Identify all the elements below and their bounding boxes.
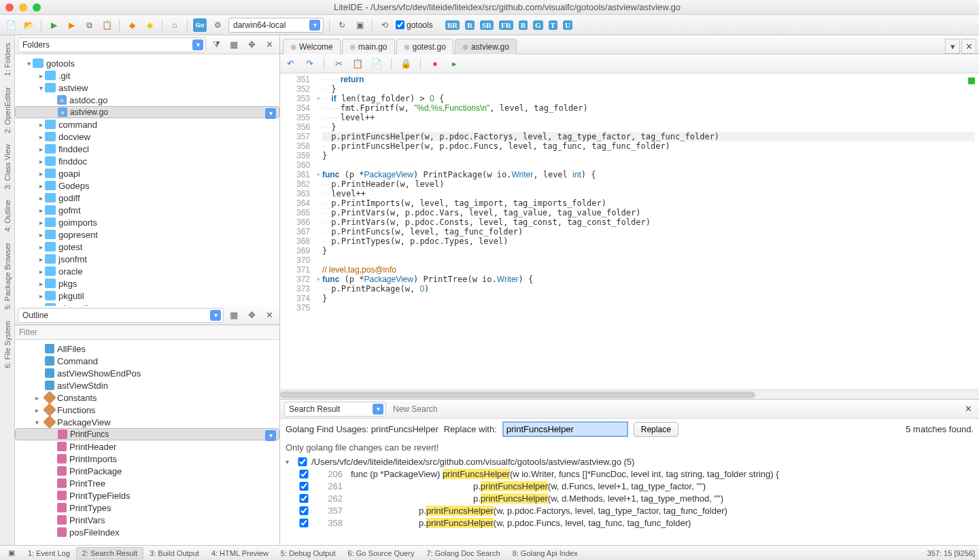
bottom-tab[interactable]: 1: Event Log bbox=[22, 547, 76, 559]
search-result-check[interactable] bbox=[299, 470, 309, 478]
zoom-window[interactable] bbox=[33, 3, 41, 12]
settings-icon[interactable]: ⚙ bbox=[211, 18, 224, 32]
toolbar-badge-g[interactable]: G bbox=[533, 20, 543, 30]
folder-tree-item[interactable]: ▸gofmt bbox=[15, 204, 279, 216]
folder-tree-item[interactable]: ▾astview bbox=[15, 82, 279, 94]
side-tab[interactable]: 1: Folders bbox=[1, 38, 14, 81]
stop-icon[interactable]: ● bbox=[429, 58, 441, 70]
bottom-tab[interactable]: 7: Golang Doc Search bbox=[420, 547, 506, 559]
paste2-icon[interactable]: 📋 bbox=[351, 58, 364, 70]
search-result-check[interactable] bbox=[299, 482, 309, 491]
tab-close-icon[interactable]: ⊗ bbox=[462, 43, 468, 52]
bottom-toggle-icon[interactable]: ▣ bbox=[4, 546, 19, 561]
side-tab[interactable]: 6: File System bbox=[1, 316, 14, 373]
outline-item[interactable]: astViewStdin bbox=[15, 379, 279, 391]
editor-tab[interactable]: ⊗gotest.go bbox=[396, 39, 453, 54]
folder-tree-item[interactable]: ▸jsonfmt bbox=[15, 253, 279, 265]
folder-tree-item[interactable]: ▸finddoc bbox=[15, 155, 279, 167]
folder-tree-item[interactable]: ▸oracle bbox=[15, 265, 279, 277]
folder-tree-item[interactable]: ▸pkgs bbox=[15, 277, 279, 290]
open-icon[interactable]: 📂 bbox=[22, 18, 35, 32]
folder-tree-item[interactable]: ▸goimports bbox=[15, 216, 279, 228]
editor-tab[interactable]: ⊗Welcome bbox=[283, 39, 341, 54]
outline-item[interactable]: ▾PackageView bbox=[15, 416, 279, 428]
target-selector[interactable]: darwin64-local bbox=[228, 18, 324, 33]
editor-tab[interactable]: ⊗astview.go bbox=[455, 39, 517, 54]
tabs-close-all[interactable]: ✕ bbox=[961, 39, 976, 54]
redo-icon[interactable]: ↷ bbox=[303, 58, 315, 70]
outline-item[interactable]: PrintHeader bbox=[15, 440, 279, 453]
cut-icon[interactable]: ✂ bbox=[332, 58, 345, 70]
folder-tree-item[interactable]: aastdoc.go bbox=[15, 94, 279, 106]
search-close-icon[interactable]: ✕ bbox=[962, 402, 975, 415]
outline-collapse-icon[interactable]: ✥ bbox=[244, 308, 259, 323]
close-panel-icon[interactable]: ✕ bbox=[262, 37, 277, 52]
outline-item[interactable]: PrintTypeFields bbox=[15, 489, 279, 502]
outline-item[interactable]: PrintImports bbox=[15, 453, 279, 465]
outline-item[interactable]: Command bbox=[15, 355, 279, 367]
home-icon[interactable]: ⌂ bbox=[168, 18, 182, 32]
side-tab[interactable]: 3: Class View bbox=[1, 139, 14, 194]
paste3-icon[interactable]: 📄 bbox=[371, 58, 383, 70]
bottom-tab[interactable]: 3: Build Output bbox=[143, 547, 205, 559]
search-result-check[interactable] bbox=[299, 494, 309, 503]
side-tab[interactable]: 5: Package Browser bbox=[1, 238, 14, 314]
outline-item[interactable]: PrintTypes bbox=[15, 502, 279, 514]
collapse-icon[interactable]: ✥ bbox=[244, 37, 259, 52]
new-search-link[interactable]: New Search bbox=[393, 404, 437, 414]
tab-close-icon[interactable]: ⊗ bbox=[349, 43, 356, 52]
tab-close-icon[interactable]: ⊗ bbox=[290, 43, 296, 52]
outline-close-icon[interactable]: ✕ bbox=[262, 308, 277, 323]
toolbar-badge-u[interactable]: U bbox=[563, 20, 572, 30]
outline-item[interactable]: ▸Functions bbox=[15, 404, 279, 416]
sync-icon[interactable]: ▦ bbox=[226, 37, 241, 52]
outline-tree[interactable]: AllFilesCommandastViewShowEndPosastViewS… bbox=[15, 340, 279, 545]
folder-tree-item[interactable]: ▸command bbox=[15, 118, 279, 130]
toolbar-badge-br[interactable]: BR bbox=[445, 20, 460, 30]
toolbar-badge-fr[interactable]: FR bbox=[499, 20, 513, 30]
run-icon[interactable]: ▶ bbox=[47, 18, 61, 32]
bottom-tab[interactable]: 5: Debug Output bbox=[275, 547, 342, 559]
folder-tree-item[interactable]: ▸Godeps bbox=[15, 179, 279, 192]
folder-tree-item[interactable]: aastview.go bbox=[15, 106, 279, 118]
outline-item[interactable]: PrintPackage bbox=[15, 465, 279, 477]
gotools-check[interactable]: gotools bbox=[396, 20, 433, 30]
copy-icon[interactable]: ⧉ bbox=[82, 18, 96, 32]
editor-tab[interactable]: ⊗main.go bbox=[342, 39, 395, 54]
search-result-row[interactable]: 357p.printFuncsHelper(w, p.pdoc.Factorys… bbox=[280, 504, 979, 517]
folder-tree-item[interactable]: ▸pkgutil bbox=[15, 290, 279, 302]
toolbar-badge-t[interactable]: T bbox=[549, 20, 557, 30]
folder-tree-item[interactable]: ▸.git bbox=[15, 69, 279, 82]
search-result-selector[interactable]: Search Result bbox=[284, 402, 386, 417]
tab-close-icon[interactable]: ⊗ bbox=[404, 43, 410, 52]
folder-tree-item[interactable]: ▾gotools bbox=[15, 57, 279, 69]
outline-item[interactable]: ▸Constants bbox=[15, 391, 279, 404]
outline-selector[interactable]: Outline bbox=[18, 308, 224, 323]
code-editor[interactable]: 3513523533543553563573583593603613623633… bbox=[280, 73, 979, 399]
folders-selector[interactable]: Folders bbox=[18, 37, 206, 52]
filter-icon[interactable]: ⧩ bbox=[209, 37, 224, 52]
nav-icon[interactable]: ◆ bbox=[125, 18, 139, 32]
toolbar-badge-r[interactable]: R bbox=[465, 20, 475, 30]
folder-tree-item[interactable]: ▸gopresent bbox=[15, 228, 279, 241]
folder-tree-item[interactable]: ▸docview bbox=[15, 130, 279, 143]
bottom-tab[interactable]: 8: Golang Api Index bbox=[506, 547, 584, 559]
folder-tree-item[interactable]: ▸gotest bbox=[15, 241, 279, 253]
outline-item[interactable]: PrintVars bbox=[15, 514, 279, 526]
debug-icon[interactable]: ▶ bbox=[65, 18, 78, 32]
search-file-check[interactable] bbox=[298, 457, 307, 466]
bottom-tab[interactable]: 2: Search Result bbox=[76, 547, 143, 559]
outline-item[interactable]: PrintTree bbox=[15, 477, 279, 489]
nav2-icon[interactable]: ◆ bbox=[143, 18, 156, 32]
tabs-dropdown[interactable]: ▾ bbox=[945, 39, 960, 54]
toolbar-badge-sr[interactable]: SR bbox=[480, 20, 494, 30]
term-icon[interactable]: ▣ bbox=[353, 18, 366, 32]
replace-input[interactable] bbox=[502, 421, 628, 437]
editor-scrollbar[interactable] bbox=[280, 389, 979, 399]
search-file-header[interactable]: ▾/Users/vfc/dev/liteide/liteidex/src/git… bbox=[280, 455, 979, 468]
replace-button[interactable]: Replace bbox=[634, 422, 679, 437]
toolbar-badge-b[interactable]: B bbox=[519, 20, 528, 30]
search-result-row[interactable]: 358p.printFuncsHelper(w, p.pdoc.Funcs, l… bbox=[280, 517, 979, 529]
runfile-icon[interactable]: ▸ bbox=[448, 58, 460, 70]
search-result-check[interactable] bbox=[299, 506, 309, 515]
